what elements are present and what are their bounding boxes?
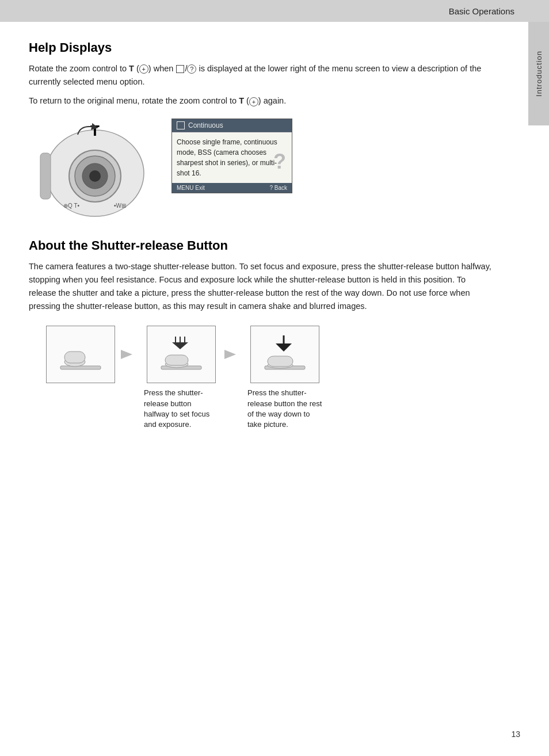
sidebar-tab: Introduction — [528, 22, 549, 125]
svg-rect-9 — [60, 366, 101, 369]
svg-marker-12 — [121, 350, 132, 359]
help-displays-body2: To return to the original menu, rotate t… — [29, 94, 494, 108]
help-screen-mock: Continuous Choose single frame, continuo… — [171, 119, 292, 193]
page-number: 13 — [511, 730, 520, 739]
shutter-box-1 — [46, 326, 115, 383]
arrow-2 — [219, 343, 247, 366]
help-displays-illustration: ⊕Q T• •W⊞ T — [29, 119, 494, 222]
svg-text:⊕Q T•: ⊕Q T• — [63, 203, 79, 209]
screen-body-text: Choose single frame, continuous mode, BS… — [177, 138, 277, 177]
shutter-item-3: Press the shutter-release button the res… — [247, 326, 322, 430]
camera-svg: ⊕Q T• •W⊞ T — [29, 119, 161, 222]
zoom-in-icon-2: + — [249, 97, 258, 106]
header-title: Basic Operations — [449, 6, 514, 16]
menu-icon — [176, 65, 184, 73]
arrow-svg-1 — [118, 343, 141, 366]
shutter-illustration: Press the shutter-release button halfway… — [46, 326, 494, 430]
svg-rect-8 — [40, 153, 51, 199]
svg-point-4 — [89, 170, 101, 182]
svg-text:T: T — [90, 122, 100, 139]
shutter-svg-2 — [158, 334, 204, 375]
help-displays-title: Help Displays — [29, 40, 494, 55]
screen-footer-right: ? Back — [269, 185, 287, 191]
svg-rect-19 — [165, 355, 188, 365]
continuous-icon — [177, 121, 185, 129]
t-bold-1: T — [129, 64, 134, 73]
help-displays-body1: Rotate the zoom control to T (+) when /?… — [29, 62, 494, 89]
sidebar-tab-label: Introduction — [535, 51, 543, 97]
screen-title: Continuous — [188, 121, 223, 129]
screen-titlebar: Continuous — [172, 119, 292, 132]
t-bold-2: T — [239, 96, 244, 105]
svg-rect-25 — [268, 356, 293, 366]
arrow-1 — [115, 343, 144, 366]
shutter-caption-2: Press the shutter-release button the res… — [247, 388, 322, 430]
shutter-box-2 — [147, 326, 216, 383]
svg-text:•W⊞: •W⊞ — [114, 203, 126, 209]
shutter-section-title: About the Shutter-release Button — [29, 238, 494, 253]
arrow-svg-2 — [222, 343, 245, 366]
screen-question-mark: ? — [273, 146, 286, 177]
header-bar: Basic Operations — [0, 0, 549, 22]
shutter-body: The camera features a two-stage shutter-… — [29, 260, 494, 314]
svg-rect-11 — [64, 352, 85, 363]
shutter-svg-3 — [262, 334, 308, 375]
main-content: Help Displays Rotate the zoom control to… — [0, 22, 549, 453]
shutter-svg-1 — [58, 334, 104, 375]
svg-marker-20 — [224, 350, 236, 359]
svg-marker-16 — [172, 342, 188, 349]
camera-illustration: ⊕Q T• •W⊞ T — [29, 119, 161, 222]
help-icon: ? — [187, 64, 196, 74]
screen-body: Choose single frame, continuous mode, BS… — [172, 132, 292, 183]
svg-marker-22 — [276, 343, 292, 352]
shutter-item-2: Press the shutter-release button halfway… — [144, 326, 219, 430]
shutter-caption-1: Press the shutter-release button halfway… — [144, 388, 219, 430]
screen-footer: MENU Exit ? Back — [172, 183, 292, 193]
zoom-in-icon: + — [139, 64, 148, 74]
page-container: Basic Operations Introduction Help Displ… — [0, 0, 549, 756]
shutter-box-3 — [250, 326, 319, 383]
screen-footer-left: MENU Exit — [177, 185, 205, 191]
shutter-item-1 — [46, 326, 115, 383]
